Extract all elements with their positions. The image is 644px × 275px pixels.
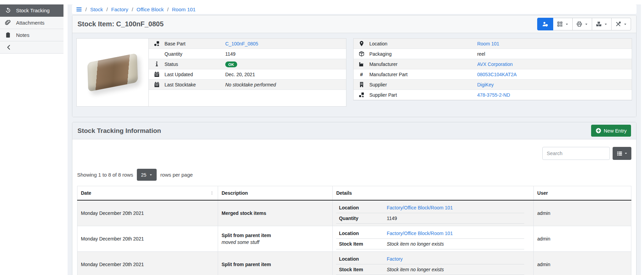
breadcrumb-link-room-101[interactable]: Room 101 xyxy=(172,6,196,12)
paperclip-icon xyxy=(5,20,11,26)
part-image xyxy=(77,39,148,106)
admin-button[interactable] xyxy=(537,18,553,30)
detail-value: DigiKey xyxy=(477,82,493,87)
tools-icon xyxy=(615,21,621,27)
detail-value-text: reel xyxy=(477,51,485,57)
detail-link[interactable]: Room 101 xyxy=(477,41,499,46)
search-input[interactable] xyxy=(542,147,610,160)
item-toolbar xyxy=(538,18,631,30)
cell-user: admin xyxy=(534,226,631,252)
detail-value: AVX Corporation xyxy=(477,61,513,67)
item-source-table: LocationRoom 101PackagingreelManufacture… xyxy=(354,39,632,100)
barcode-button[interactable] xyxy=(553,18,573,30)
detail-row-status: StatusOK xyxy=(149,59,346,69)
detail-value: C_100nF_0805 xyxy=(225,41,258,46)
breadcrumb-separator: / xyxy=(167,6,169,12)
sidebar-item-stock-tracking[interactable]: Stock Tracking xyxy=(0,4,63,17)
tracking-description: Merged stock items xyxy=(221,210,329,216)
detail-row-location: LocationFactory/Office Block/Room 101 xyxy=(336,228,524,239)
detail-value: Dec. 20, 2021 xyxy=(225,72,255,77)
item-source-box: LocationRoom 101PackagingreelManufacture… xyxy=(353,38,632,100)
stock-item-card: Stock Item: C_100nF_0805 Base PartC_100n… xyxy=(72,15,636,117)
detail-value-italic: Stock item no longer exists xyxy=(387,241,444,247)
detail-row-location: LocationFactory/Office Block/Room 101 xyxy=(336,203,524,213)
sidebar-item-label: Attachments xyxy=(16,20,44,26)
caret-down-icon xyxy=(624,152,628,155)
sidebar: Stock TrackingAttachmentsNotes xyxy=(0,4,63,275)
detail-row-location: LocationRoom 101 xyxy=(354,39,632,49)
detail-link[interactable]: 08053C104KAT2A xyxy=(477,72,517,77)
menu-button[interactable] xyxy=(76,6,82,12)
detail-value: OK xyxy=(225,61,237,67)
detail-value: reel xyxy=(477,51,485,57)
print-button[interactable] xyxy=(572,18,592,30)
detail-label: Supplier xyxy=(369,82,477,87)
new-entry-button[interactable]: New Entry xyxy=(591,125,631,137)
tracking-card-body: Showing 1 to 8 of 8 rows 25 rows per pag… xyxy=(72,139,636,275)
sidebar-item-attachments[interactable]: Attachments xyxy=(0,17,63,29)
edit-button[interactable] xyxy=(611,18,631,30)
detail-label: Supplier Part xyxy=(369,92,477,98)
pagination-info: Showing 1 to 8 of 8 rows xyxy=(77,172,133,178)
detail-value-italic: Stock item no longer exists xyxy=(387,267,444,272)
column-header-details: Details xyxy=(333,186,534,201)
cell-date: Monday December 20th 2021 xyxy=(77,226,218,252)
detail-link[interactable]: Factory/Office Block/Room 101 xyxy=(387,205,453,210)
detail-label: Quantity xyxy=(339,216,387,221)
table-row: Monday December 20th 2021Split from pare… xyxy=(77,252,631,275)
detail-label: Status xyxy=(164,61,225,67)
detail-label: Location xyxy=(339,256,387,262)
detail-value: 1149 xyxy=(225,51,235,57)
column-header-date[interactable]: Date xyxy=(77,186,218,201)
cell-description: Split from parent item xyxy=(218,252,333,275)
columns-button[interactable] xyxy=(613,147,631,160)
breadcrumb-link-factory[interactable]: Factory xyxy=(111,6,128,12)
table-row: Monday December 20th 2021Split from pare… xyxy=(77,226,631,252)
detail-row-quantity: Quantity1149 xyxy=(336,213,524,224)
sidebar-collapse-button[interactable] xyxy=(0,41,63,54)
stock-item-card-body: Base PartC_100nF_0805Quantity1149StatusO… xyxy=(72,33,636,117)
tracking-note: moved some stuff xyxy=(221,239,329,245)
cell-user: admin xyxy=(534,252,631,275)
table-row: Monday December 20th 2021Merged stock it… xyxy=(77,200,631,226)
detail-label: Stock Item xyxy=(339,241,387,247)
detail-label: Base Part xyxy=(164,41,225,46)
breadcrumb-separator: / xyxy=(106,6,108,12)
capacitor-photo xyxy=(87,53,138,92)
detail-row-manufacturer-part: #Manufacturer Part08053C104KAT2A xyxy=(354,69,632,80)
tracking-details: LocationFactoryStock ItemStock item no l… xyxy=(336,254,524,275)
sort-icon xyxy=(210,191,214,195)
stock-actions-button[interactable] xyxy=(592,18,612,30)
rows-per-page-label: rows per page xyxy=(160,172,193,178)
table-header-row: DateDescriptionDetailsUser xyxy=(77,186,631,201)
sidebar-item-label: Notes xyxy=(16,32,29,38)
detail-link[interactable]: Factory xyxy=(387,256,403,262)
history-icon xyxy=(5,8,11,13)
section-title: Stock Tracking Information xyxy=(77,127,161,135)
boxes-icon xyxy=(596,21,602,27)
detail-label: Last Stocktake xyxy=(164,82,225,87)
detail-value: 1149 xyxy=(387,216,397,221)
detail-link[interactable]: DigiKey xyxy=(477,82,493,87)
status-badge: OK xyxy=(225,61,237,67)
detail-link[interactable]: AVX Corporation xyxy=(477,61,513,67)
detail-link[interactable]: 478-3755-2-ND xyxy=(477,92,510,98)
info-icon xyxy=(154,61,160,67)
detail-label: Stock Item xyxy=(339,267,387,272)
detail-label: Last Updated xyxy=(164,72,225,77)
tracking-description: Split from parent item xyxy=(221,262,329,267)
cell-details: LocationFactory/Office Block/Room 101Sto… xyxy=(333,226,534,252)
breadcrumb-link-office-block[interactable]: Office Block xyxy=(137,6,164,12)
detail-row-stock-item: Stock ItemStock item no longer exists xyxy=(336,239,524,249)
page-size-dropdown[interactable]: 25 xyxy=(137,169,157,181)
breadcrumb-link-stock[interactable]: Stock xyxy=(90,6,103,12)
cell-date: Monday December 20th 2021 xyxy=(77,200,218,226)
detail-label: Manufacturer xyxy=(369,61,477,67)
detail-link[interactable]: C_100nF_0805 xyxy=(225,41,258,46)
detail-value: Factory xyxy=(387,256,403,262)
building-icon xyxy=(359,82,364,87)
detail-label: Quantity xyxy=(164,51,225,57)
breadcrumb-separator: / xyxy=(85,6,87,12)
detail-link[interactable]: Factory/Office Block/Room 101 xyxy=(387,231,453,236)
sidebar-item-notes[interactable]: Notes xyxy=(0,29,63,41)
